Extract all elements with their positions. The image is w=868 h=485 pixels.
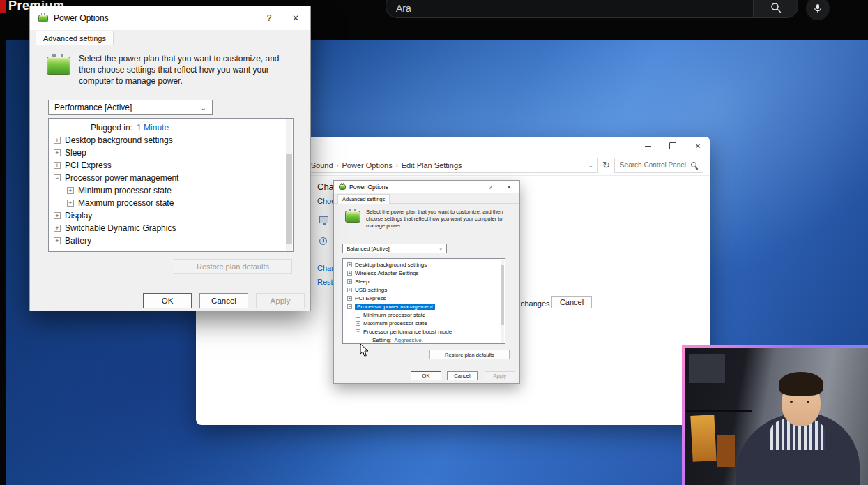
expand-icon[interactable]: + (54, 225, 61, 232)
voice-search-button[interactable] (806, 0, 830, 20)
expand-icon[interactable]: + (347, 279, 352, 284)
tree-item[interactable]: +Sleep (343, 277, 505, 285)
search-button[interactable] (754, 0, 798, 18)
apply-button[interactable]: Apply (256, 293, 305, 308)
tree-item-label: Desktop background settings (355, 262, 427, 268)
cancel-button[interactable]: Cancel (551, 296, 592, 308)
expand-icon[interactable]: + (347, 271, 352, 276)
tree-item[interactable]: +Desktop background settings (343, 260, 505, 269)
tree-item-label: Processor power management (65, 173, 178, 183)
breadcrumb-separator: › (396, 162, 398, 169)
setting-value[interactable]: 1 Minute (137, 123, 169, 133)
tree-item[interactable]: +Battery (49, 234, 293, 247)
power-battery-icon (38, 15, 48, 22)
tree-item-label: Processor performance boost mode (363, 329, 452, 335)
close-button[interactable]: ✕ (285, 10, 306, 27)
save-changes-button-fragment[interactable]: changes (521, 299, 550, 308)
tree-item[interactable]: +Minimum processor state (343, 311, 505, 319)
tree-item-label: Sleep (65, 148, 86, 158)
dialog-description: Select the power plan that you want to c… (79, 54, 291, 87)
power-battery-icon (345, 211, 360, 223)
breadcrumb-item-power-options[interactable]: Power Options (342, 161, 393, 170)
scrollbar[interactable] (501, 260, 504, 343)
tree-item[interactable]: +USB settings (343, 285, 505, 294)
settings-tree: Plugged in:1 Minute +Desktop background … (48, 118, 294, 252)
ok-button[interactable]: OK (143, 293, 192, 308)
tree-item[interactable]: −Processor performance boost mode (343, 327, 505, 336)
tree-item-selected[interactable]: −Processor power management (343, 302, 505, 311)
expand-icon[interactable]: + (347, 262, 352, 267)
scrollbar-thumb[interactable] (501, 265, 504, 325)
tree-item[interactable]: +Maximum processor state (343, 319, 505, 327)
setting-value[interactable]: Aggressive (394, 337, 422, 343)
ok-button[interactable]: OK (411, 371, 441, 380)
control-panel-search-input[interactable]: Search Control Panel (614, 158, 703, 173)
tree-item[interactable]: +PCI Express (343, 294, 505, 302)
breadcrumb-item-edit-plan-settings[interactable]: Edit Plan Settings (402, 161, 462, 170)
microphone-icon (812, 3, 823, 14)
tree-item[interactable]: +PCI Express (49, 159, 293, 172)
dialog-titlebar: Power Options ? ✕ (30, 6, 310, 30)
help-button[interactable]: ? (259, 10, 280, 27)
restore-plan-defaults-button[interactable]: Restore plan defaults (429, 350, 510, 359)
chevron-down-icon: ⌄ (439, 246, 443, 251)
tree-item[interactable]: +Display (49, 209, 293, 222)
mouse-cursor (360, 343, 370, 360)
expand-icon[interactable]: + (67, 187, 74, 194)
expand-icon[interactable]: + (54, 212, 61, 219)
dialog-tabstrip: Advanced settings (334, 193, 519, 204)
close-button[interactable]: ✕ (501, 182, 517, 192)
search-input[interactable]: Ara (386, 0, 754, 18)
collapse-icon[interactable]: − (356, 329, 360, 334)
expand-icon[interactable]: + (54, 137, 61, 144)
expand-icon[interactable]: + (356, 313, 360, 318)
cancel-button[interactable]: Cancel (199, 293, 248, 308)
scrollbar-thumb[interactable] (286, 154, 292, 244)
expand-icon[interactable]: + (67, 200, 74, 207)
tree-item[interactable]: +Maximum processor state (49, 197, 293, 209)
minimize-button[interactable] (635, 137, 660, 155)
tree-item-label: Sleep (355, 278, 369, 285)
help-button[interactable]: ? (482, 182, 498, 192)
power-plan-select[interactable]: Performance [Active] ⌄ (48, 100, 213, 115)
apply-button[interactable]: Apply (485, 371, 515, 380)
tree-item-label: Maximum processor state (78, 198, 174, 208)
tab-advanced-settings[interactable]: Advanced settings (36, 31, 114, 45)
power-icon (319, 237, 327, 245)
expand-icon[interactable]: + (54, 237, 61, 244)
tree-item[interactable]: −Processor power management (49, 172, 293, 184)
refresh-icon[interactable]: ↻ (602, 160, 610, 170)
close-button[interactable]: ✕ (685, 137, 710, 155)
power-plan-select[interactable]: Balanced [Active] ⌄ (342, 244, 447, 253)
restore-plan-defaults-button[interactable]: Restore plan defaults (174, 259, 292, 274)
product-box (717, 435, 735, 467)
tab-advanced-settings[interactable]: Advanced settings (337, 194, 390, 204)
expand-icon[interactable]: + (54, 149, 61, 156)
collapse-icon[interactable]: − (54, 174, 61, 181)
breadcrumb-dropdown-icon[interactable]: ⌄ (588, 162, 594, 169)
expand-icon[interactable]: + (347, 296, 352, 301)
dialog-title: Power Options (54, 13, 109, 23)
expand-icon[interactable]: + (347, 288, 352, 292)
presenter-eye (807, 401, 809, 403)
tree-item[interactable]: +Wireless Adapter Settings (343, 269, 505, 277)
power-battery-icon (47, 57, 70, 75)
tree-item-setting[interactable]: Plugged in:1 Minute (49, 121, 293, 134)
power-options-dialog: Power Options ? ✕ Advanced settings Sele… (29, 6, 311, 311)
maximize-button[interactable] (660, 137, 685, 155)
setting-label: Plugged in: (91, 123, 132, 133)
tree-item-label: USB settings (355, 287, 387, 293)
webcam-scene (685, 348, 868, 485)
presenter-hair (779, 372, 823, 396)
cancel-button[interactable]: Cancel (447, 371, 478, 380)
scrollbar[interactable] (286, 119, 292, 251)
tree-item-label: Switchable Dynamic Graphics (65, 223, 176, 233)
tree-item-label: Minimum processor state (363, 312, 425, 318)
expand-icon[interactable]: + (356, 321, 360, 326)
tree-item[interactable]: +Sleep (49, 147, 293, 159)
collapse-icon[interactable]: − (347, 304, 352, 309)
tree-item[interactable]: +Desktop background settings (49, 134, 293, 147)
tree-item[interactable]: +Switchable Dynamic Graphics (49, 222, 293, 234)
tree-item[interactable]: +Minimum processor state (49, 184, 293, 197)
expand-icon[interactable]: + (54, 162, 61, 169)
